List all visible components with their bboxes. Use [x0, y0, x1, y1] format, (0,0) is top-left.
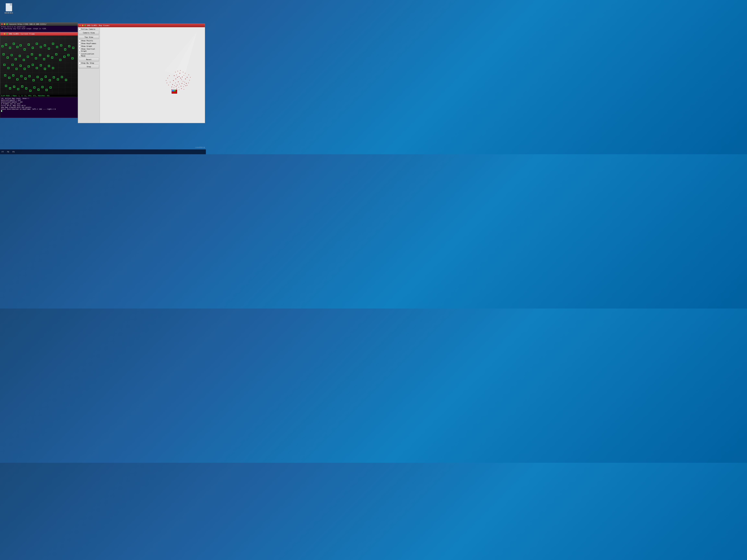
feature-square: [59, 59, 61, 61]
feature-square: [40, 46, 42, 48]
feature-square: [28, 65, 30, 68]
show-graph-label: Show Graph: [81, 45, 92, 47]
taskbar-key-f9: F9: [12, 151, 15, 153]
svg-point-33: [172, 89, 172, 90]
show-inertial-graph-row[interactable]: Show Inertial Graph: [79, 48, 99, 52]
feature-square: [7, 57, 8, 58]
feature-square: [35, 57, 37, 59]
show-points-label: Show Points: [81, 40, 93, 42]
svg-point-27: [174, 87, 174, 88]
localization-mode-checkbox[interactable]: [79, 54, 81, 56]
svg-point-46: [190, 77, 191, 77]
max-btn-roscore[interactable]: [6, 23, 8, 25]
feature-square: [44, 68, 46, 70]
step-by-step-row[interactable]: Step By Step: [79, 62, 99, 64]
taskbar-key-f8: F8: [7, 151, 9, 153]
svg-rect-56: [172, 90, 174, 91]
feature-square: [53, 76, 55, 78]
step-button[interactable]: Step: [79, 65, 99, 69]
show-graph-row[interactable]: Show Graph: [79, 45, 99, 47]
show-inertial-graph-checkbox[interactable]: [79, 49, 81, 51]
min-btn-frame[interactable]: [4, 33, 5, 35]
max-btn-frame[interactable]: [6, 33, 8, 35]
feature-square: [32, 79, 34, 81]
svg-point-11: [181, 79, 182, 80]
roscore-line2: he checking log file disk usage. Usage i…: [1, 28, 77, 30]
feature-square: [28, 75, 30, 77]
feature-square: [42, 86, 44, 88]
close-btn-frame[interactable]: [1, 33, 3, 35]
feature-square: [15, 58, 17, 60]
show-keyframes-label: Show KeyFrames: [81, 43, 96, 45]
svg-point-15: [183, 81, 183, 81]
svg-point-48: [188, 83, 189, 83]
terminal-roscore-window: roscore http://192.168.0.100:11311/ Pres…: [0, 22, 78, 32]
map-viewer-title-text: ORB-SLAM3: Map Viewer: [87, 24, 110, 27]
terminal-line-6: New Map created with 282 points: [1, 107, 77, 108]
svg-point-7: [176, 75, 177, 75]
svg-point-21: [177, 85, 178, 85]
feature-square: [3, 64, 5, 66]
min-btn-roscore[interactable]: [4, 23, 5, 25]
feature-square: [32, 64, 34, 66]
feature-square: [47, 55, 49, 57]
feature-square: [5, 44, 7, 46]
reset-button[interactable]: Reset: [79, 58, 99, 61]
feature-square: [44, 45, 46, 46]
feature-square: [12, 74, 14, 76]
close-btn-mapviewer[interactable]: [79, 25, 81, 26]
terminal-line-2: mnFirstFrameId = 203: [1, 100, 77, 101]
feature-square: [8, 77, 10, 79]
taskbar-key-f7: F7: [2, 151, 4, 153]
terminal-output: LN: Active Map reset, Done!!! mnFirstFra…: [0, 97, 78, 118]
svg-point-31: [183, 86, 184, 87]
feature-square: [52, 67, 54, 69]
terminal-line-1: LN: Active Map reset, Done!!!: [1, 98, 77, 100]
step-by-step-checkbox[interactable]: [79, 62, 81, 64]
top-view-button[interactable]: Top View: [79, 35, 99, 39]
follow-camera-label: Follow Camera: [81, 28, 95, 30]
roscore-title-text: roscore http://192.168.0.100:11311/: [9, 23, 47, 25]
svg-point-16: [185, 79, 186, 79]
feature-square: [24, 68, 26, 70]
map-canvas: [100, 27, 205, 123]
svg-point-37: [181, 88, 182, 89]
svg-point-17: [184, 82, 185, 82]
camera-view-button[interactable]: Camera View: [79, 31, 99, 35]
svg-point-43: [168, 85, 169, 85]
feature-square: [3, 53, 4, 55]
feature-square: [7, 67, 9, 69]
svg-point-20: [174, 85, 175, 86]
feature-square: [40, 64, 42, 66]
feature-square: [31, 53, 33, 55]
svg-point-5: [176, 79, 176, 79]
show-points-row[interactable]: Show Points: [79, 40, 99, 42]
show-keyframes-checkbox[interactable]: [79, 43, 81, 45]
feature-square: [24, 49, 26, 50]
close-btn-roscore[interactable]: [1, 23, 3, 25]
desktop-icon-ros[interactable]: ROS常用功: [3, 3, 15, 14]
svg-point-29: [179, 87, 179, 87]
max-btn-mapviewer[interactable]: [84, 25, 86, 26]
map-viewer-titlebar: ORB-SLAM3: Map Viewer: [78, 24, 205, 27]
svg-point-3: [179, 76, 179, 77]
svg-point-24: [184, 84, 184, 85]
roscore-line1: Press Ctrl-C to interrupt: [1, 26, 77, 28]
show-graph-checkbox[interactable]: [79, 45, 81, 47]
svg-point-12: [173, 80, 174, 81]
feature-square: [16, 68, 18, 70]
svg-point-38: [184, 89, 184, 89]
svg-point-32: [185, 85, 186, 86]
follow-camera-row[interactable]: Follow Camera: [79, 28, 99, 30]
show-points-checkbox[interactable]: [79, 40, 81, 42]
watermark: CSDN博客作者: [195, 146, 205, 149]
show-keyframes-row[interactable]: Show KeyFrames: [79, 43, 99, 45]
feature-square: [50, 86, 52, 88]
localization-mode-row[interactable]: Localization Mode: [79, 53, 99, 57]
terminal-roscore-body: Press Ctrl-C to interrupt he checking lo…: [0, 26, 78, 30]
feature-square: [20, 65, 22, 66]
follow-camera-checkbox[interactable]: [79, 28, 81, 30]
min-btn-mapviewer[interactable]: [82, 25, 83, 26]
feature-square: [9, 47, 11, 49]
terminal-roscore-titlebar: roscore http://192.168.0.100:11311/: [0, 23, 78, 26]
